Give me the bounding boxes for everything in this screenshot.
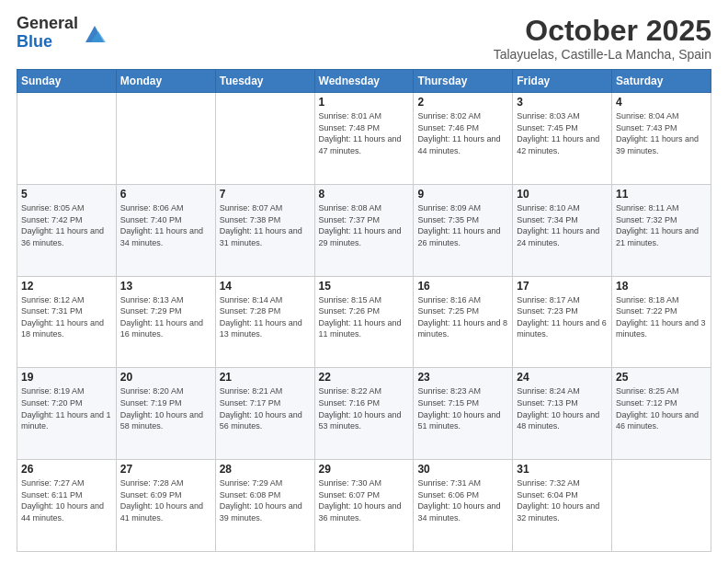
day-info: Sunrise: 7:32 AM Sunset: 6:04 PM Dayligh… xyxy=(517,477,608,523)
calendar-body: 1Sunrise: 8:01 AM Sunset: 7:48 PM Daylig… xyxy=(17,93,711,552)
calendar-cell: 25Sunrise: 8:25 AM Sunset: 7:12 PM Dayli… xyxy=(612,368,711,460)
day-number: 2 xyxy=(417,96,508,109)
day-number: 25 xyxy=(616,371,707,384)
day-number: 7 xyxy=(220,188,311,201)
calendar-cell: 15Sunrise: 8:15 AM Sunset: 7:26 PM Dayli… xyxy=(314,276,414,368)
day-info: Sunrise: 8:12 AM Sunset: 7:31 PM Dayligh… xyxy=(21,294,112,340)
day-info: Sunrise: 8:14 AM Sunset: 7:28 PM Dayligh… xyxy=(220,294,311,340)
month-title: October 2025 xyxy=(494,15,711,47)
day-number: 23 xyxy=(417,371,508,384)
logo-icon xyxy=(82,20,108,46)
col-saturday: Saturday xyxy=(612,70,711,93)
calendar-cell xyxy=(612,460,711,552)
calendar-cell: 3Sunrise: 8:03 AM Sunset: 7:45 PM Daylig… xyxy=(513,93,612,185)
calendar-cell: 9Sunrise: 8:09 AM Sunset: 7:35 PM Daylig… xyxy=(414,184,513,276)
col-tuesday: Tuesday xyxy=(215,70,314,93)
day-number: 28 xyxy=(220,463,311,476)
calendar-cell: 19Sunrise: 8:19 AM Sunset: 7:20 PM Dayli… xyxy=(17,368,117,460)
calendar-cell: 28Sunrise: 7:29 AM Sunset: 6:08 PM Dayli… xyxy=(215,460,314,552)
calendar-cell: 22Sunrise: 8:22 AM Sunset: 7:16 PM Dayli… xyxy=(314,368,414,460)
day-number: 22 xyxy=(319,371,410,384)
logo-text: General Blue xyxy=(17,15,78,52)
page: General Blue October 2025 Talayuelas, Ca… xyxy=(0,0,728,563)
day-info: Sunrise: 8:20 AM Sunset: 7:19 PM Dayligh… xyxy=(120,385,211,431)
day-info: Sunrise: 8:19 AM Sunset: 7:20 PM Dayligh… xyxy=(21,385,112,431)
day-number: 9 xyxy=(417,188,508,201)
day-number: 15 xyxy=(319,280,410,293)
day-info: Sunrise: 8:01 AM Sunset: 7:48 PM Dayligh… xyxy=(319,110,410,156)
day-number: 10 xyxy=(517,188,608,201)
day-info: Sunrise: 7:28 AM Sunset: 6:09 PM Dayligh… xyxy=(120,477,211,523)
day-number: 27 xyxy=(120,463,211,476)
day-info: Sunrise: 8:18 AM Sunset: 7:22 PM Dayligh… xyxy=(616,294,707,340)
day-number: 8 xyxy=(319,188,410,201)
calendar-week-1: 1Sunrise: 8:01 AM Sunset: 7:48 PM Daylig… xyxy=(17,93,711,185)
day-info: Sunrise: 8:16 AM Sunset: 7:25 PM Dayligh… xyxy=(417,294,508,340)
day-number: 19 xyxy=(21,371,112,384)
day-number: 1 xyxy=(319,96,410,109)
calendar-cell: 29Sunrise: 7:30 AM Sunset: 6:07 PM Dayli… xyxy=(314,460,414,552)
calendar: Sunday Monday Tuesday Wednesday Thursday… xyxy=(17,69,711,552)
day-info: Sunrise: 8:22 AM Sunset: 7:16 PM Dayligh… xyxy=(319,385,410,431)
day-info: Sunrise: 8:11 AM Sunset: 7:32 PM Dayligh… xyxy=(616,202,707,248)
calendar-cell: 17Sunrise: 8:17 AM Sunset: 7:23 PM Dayli… xyxy=(513,276,612,368)
calendar-week-2: 5Sunrise: 8:05 AM Sunset: 7:42 PM Daylig… xyxy=(17,184,711,276)
calendar-cell: 7Sunrise: 8:07 AM Sunset: 7:38 PM Daylig… xyxy=(215,184,314,276)
day-number: 14 xyxy=(220,280,311,293)
day-number: 6 xyxy=(120,188,211,201)
title-block: October 2025 Talayuelas, Castille-La Man… xyxy=(494,15,711,62)
day-number: 21 xyxy=(220,371,311,384)
calendar-header: Sunday Monday Tuesday Wednesday Thursday… xyxy=(17,70,711,93)
col-sunday: Sunday xyxy=(17,70,117,93)
calendar-cell: 5Sunrise: 8:05 AM Sunset: 7:42 PM Daylig… xyxy=(17,184,117,276)
calendar-cell: 18Sunrise: 8:18 AM Sunset: 7:22 PM Dayli… xyxy=(612,276,711,368)
header-row: Sunday Monday Tuesday Wednesday Thursday… xyxy=(17,70,711,93)
day-info: Sunrise: 8:04 AM Sunset: 7:43 PM Dayligh… xyxy=(616,110,707,156)
day-info: Sunrise: 8:02 AM Sunset: 7:46 PM Dayligh… xyxy=(417,110,508,156)
col-wednesday: Wednesday xyxy=(314,70,414,93)
calendar-week-4: 19Sunrise: 8:19 AM Sunset: 7:20 PM Dayli… xyxy=(17,368,711,460)
calendar-cell: 14Sunrise: 8:14 AM Sunset: 7:28 PM Dayli… xyxy=(215,276,314,368)
day-info: Sunrise: 7:30 AM Sunset: 6:07 PM Dayligh… xyxy=(319,477,410,523)
day-number: 20 xyxy=(120,371,211,384)
day-info: Sunrise: 8:21 AM Sunset: 7:17 PM Dayligh… xyxy=(220,385,311,431)
day-info: Sunrise: 8:10 AM Sunset: 7:34 PM Dayligh… xyxy=(517,202,608,248)
subtitle: Talayuelas, Castille-La Mancha, Spain xyxy=(494,47,711,62)
logo: General Blue xyxy=(17,15,108,52)
logo-general: General xyxy=(17,15,78,33)
day-number: 16 xyxy=(417,280,508,293)
calendar-cell: 6Sunrise: 8:06 AM Sunset: 7:40 PM Daylig… xyxy=(116,184,215,276)
day-number: 11 xyxy=(616,188,707,201)
day-info: Sunrise: 8:09 AM Sunset: 7:35 PM Dayligh… xyxy=(417,202,508,248)
calendar-cell: 10Sunrise: 8:10 AM Sunset: 7:34 PM Dayli… xyxy=(513,184,612,276)
day-info: Sunrise: 7:27 AM Sunset: 6:11 PM Dayligh… xyxy=(21,477,112,523)
day-number: 4 xyxy=(616,96,707,109)
day-number: 12 xyxy=(21,280,112,293)
col-friday: Friday xyxy=(513,70,612,93)
calendar-cell: 16Sunrise: 8:16 AM Sunset: 7:25 PM Dayli… xyxy=(414,276,513,368)
day-info: Sunrise: 8:06 AM Sunset: 7:40 PM Dayligh… xyxy=(120,202,211,248)
calendar-cell xyxy=(116,93,215,185)
calendar-cell: 24Sunrise: 8:24 AM Sunset: 7:13 PM Dayli… xyxy=(513,368,612,460)
day-number: 26 xyxy=(21,463,112,476)
calendar-cell: 30Sunrise: 7:31 AM Sunset: 6:06 PM Dayli… xyxy=(414,460,513,552)
day-info: Sunrise: 8:23 AM Sunset: 7:15 PM Dayligh… xyxy=(417,385,508,431)
calendar-cell: 20Sunrise: 8:20 AM Sunset: 7:19 PM Dayli… xyxy=(116,368,215,460)
day-number: 5 xyxy=(21,188,112,201)
day-number: 13 xyxy=(120,280,211,293)
day-number: 29 xyxy=(319,463,410,476)
day-info: Sunrise: 7:29 AM Sunset: 6:08 PM Dayligh… xyxy=(220,477,311,523)
day-info: Sunrise: 7:31 AM Sunset: 6:06 PM Dayligh… xyxy=(417,477,508,523)
calendar-week-5: 26Sunrise: 7:27 AM Sunset: 6:11 PM Dayli… xyxy=(17,460,711,552)
day-number: 17 xyxy=(517,280,608,293)
day-number: 30 xyxy=(417,463,508,476)
day-number: 18 xyxy=(616,280,707,293)
calendar-cell xyxy=(215,93,314,185)
day-number: 31 xyxy=(517,463,608,476)
day-info: Sunrise: 8:25 AM Sunset: 7:12 PM Dayligh… xyxy=(616,385,707,431)
calendar-cell: 23Sunrise: 8:23 AM Sunset: 7:15 PM Dayli… xyxy=(414,368,513,460)
day-info: Sunrise: 8:03 AM Sunset: 7:45 PM Dayligh… xyxy=(517,110,608,156)
day-info: Sunrise: 8:07 AM Sunset: 7:38 PM Dayligh… xyxy=(220,202,311,248)
day-info: Sunrise: 8:15 AM Sunset: 7:26 PM Dayligh… xyxy=(319,294,410,340)
day-info: Sunrise: 8:08 AM Sunset: 7:37 PM Dayligh… xyxy=(319,202,410,248)
